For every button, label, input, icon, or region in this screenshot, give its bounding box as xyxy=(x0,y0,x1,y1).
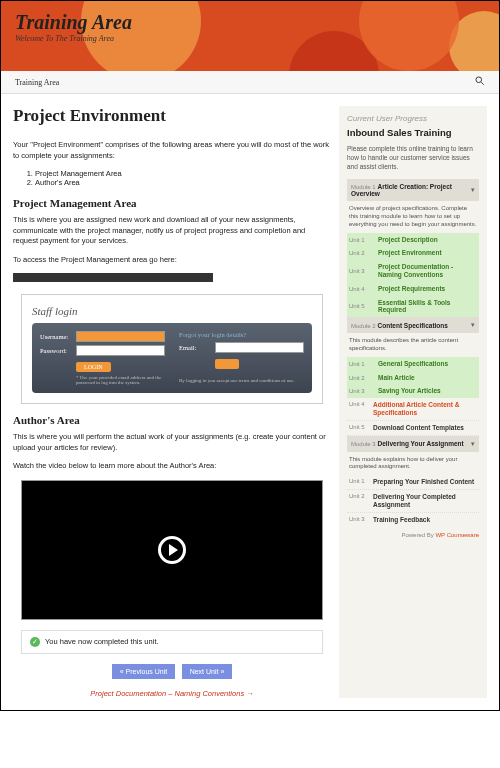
section-heading-pma: Project Management Area xyxy=(13,197,331,209)
svg-line-1 xyxy=(481,82,484,85)
completion-text: You have now completed this unit. xyxy=(45,637,159,646)
next-lesson-link[interactable]: Project Documentation – Naming Conventio… xyxy=(13,689,331,698)
login-note: * Use your provided email address and th… xyxy=(76,375,165,385)
course-title: Inbound Sales Training xyxy=(347,127,479,138)
list-item: Project Management Area xyxy=(35,169,331,178)
video-player[interactable] xyxy=(21,480,323,620)
prev-unit-button[interactable]: « Previous Unit xyxy=(112,664,175,679)
powered-by: Powered By WP Courseware xyxy=(347,532,479,538)
module-desc: Overview of project specifications. Comp… xyxy=(347,201,479,232)
email-label: Email: xyxy=(179,344,215,351)
unit-row[interactable]: Unit 2Main Article xyxy=(347,371,479,385)
unit-row[interactable]: Unit 4Project Requirements xyxy=(347,282,479,296)
unit-row[interactable]: Unit 3Saving Your Articles xyxy=(347,384,479,398)
course-desc: Please complete this online training to … xyxy=(347,144,479,171)
module-desc: This module describes the article conten… xyxy=(347,333,479,357)
search-icon[interactable] xyxy=(475,76,485,88)
unit-row[interactable]: Unit 3Project Documentation - Naming Con… xyxy=(347,260,479,282)
site-title: Training Area xyxy=(15,11,485,34)
staff-login-title: Staff login xyxy=(32,305,312,317)
sidebar-heading: Current User Progress xyxy=(347,114,479,123)
play-icon[interactable] xyxy=(158,536,186,564)
completion-notice: ✓ You have now completed this unit. xyxy=(21,630,323,654)
wpcourseware-link[interactable]: WP Courseware xyxy=(435,532,479,538)
chevron-down-icon: ▾ xyxy=(471,440,475,448)
module-header[interactable]: Module 3 Delivering Your Assignment▾ xyxy=(347,436,479,452)
unit-row[interactable]: Unit 5Essential Skills & Tools Required xyxy=(347,296,479,318)
list-item: Author's Area xyxy=(35,178,331,187)
nav-bar: Training Area xyxy=(1,71,499,94)
main-content: Project Environment Your "Project Enviro… xyxy=(13,106,331,698)
unit-row[interactable]: Unit 2Project Environment xyxy=(347,246,479,260)
username-input[interactable] xyxy=(76,331,165,342)
site-header: Training Area Welcome To The Training Ar… xyxy=(1,1,499,71)
unit-row[interactable]: Unit 4Additional Article Content & Speci… xyxy=(347,398,479,421)
password-input[interactable] xyxy=(76,345,165,356)
unit-row[interactable]: Unit 1Project Description xyxy=(347,233,479,247)
module-header[interactable]: Module 2 Content Specifications▾ xyxy=(347,317,479,333)
check-icon: ✓ xyxy=(30,637,40,647)
login-button[interactable]: LOGIN xyxy=(76,362,111,372)
redacted-url xyxy=(13,273,213,282)
svg-point-0 xyxy=(476,77,482,83)
unit-row[interactable]: Unit 5Download Content Templates xyxy=(347,421,479,436)
sidebar: Current User Progress Inbound Sales Trai… xyxy=(339,106,487,698)
pma-desc: This is where you are assigned new work … xyxy=(13,215,331,247)
nav-link-training[interactable]: Training Area xyxy=(15,78,59,87)
unit-row[interactable]: Unit 3Training Feedback xyxy=(347,513,479,527)
terms-text: By logging in you accept our terms and c… xyxy=(179,378,304,383)
module-desc: This module explains how to deliver your… xyxy=(347,452,479,476)
intro-text: Your "Project Environment" comprises of … xyxy=(13,140,331,161)
unit-row[interactable]: Unit 1Preparing Your Finished Content xyxy=(347,475,479,490)
email-input[interactable] xyxy=(215,342,304,353)
unit-row[interactable]: Unit 2Delivering Your Completed Assignme… xyxy=(347,490,479,513)
next-unit-button[interactable]: Next Unit » xyxy=(182,664,233,679)
chevron-down-icon: ▾ xyxy=(471,321,475,329)
area-list: Project Management Area Author's Area xyxy=(35,169,331,187)
module-header[interactable]: Module 1 Article Creation: Project Overv… xyxy=(347,179,479,201)
authors-video-intro: Watch the video below to learn more abou… xyxy=(13,461,331,472)
authors-desc: This is where you will perform the actua… xyxy=(13,432,331,453)
recover-button[interactable] xyxy=(215,359,239,369)
site-tagline: Welcome To The Training Area xyxy=(15,34,485,43)
section-heading-authors: Author's Area xyxy=(13,414,331,426)
password-label: Password: xyxy=(40,347,76,354)
username-label: Username: xyxy=(40,333,76,340)
chevron-down-icon: ▾ xyxy=(471,186,475,194)
page-title: Project Environment xyxy=(13,106,331,126)
unit-row[interactable]: Unit 1General Specifications xyxy=(347,357,479,371)
pma-access: To access the Project Management area go… xyxy=(13,255,331,266)
staff-login-box: Staff login Username: Password: LOGIN * … xyxy=(21,294,323,404)
forgot-link[interactable]: Forgot your login details? xyxy=(179,331,304,338)
